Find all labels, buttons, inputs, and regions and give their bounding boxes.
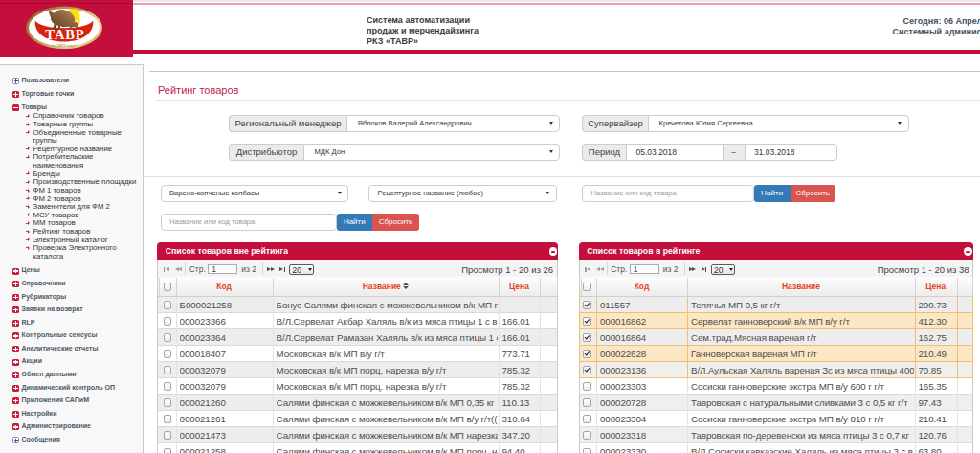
svg-text:«с 1893 года»: «с 1893 года» xyxy=(52,43,78,48)
svg-text:ТАВР: ТАВР xyxy=(45,27,84,42)
